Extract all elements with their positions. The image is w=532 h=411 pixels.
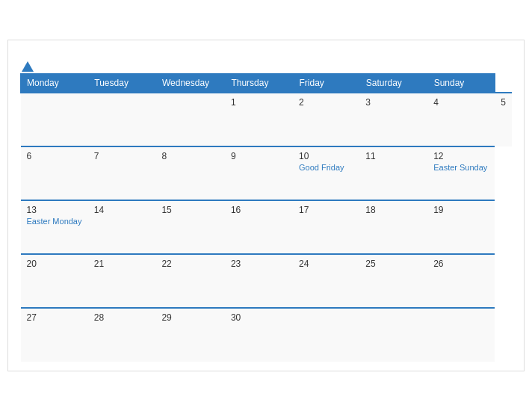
calendar-day-cell: 19	[427, 200, 495, 254]
calendar-day-cell: 5	[495, 93, 512, 146]
day-number: 3	[365, 97, 421, 108]
day-number: 26	[433, 259, 489, 269]
calendar-header	[20, 52, 512, 62]
column-header-thursday: Thursday	[225, 73, 293, 93]
calendar-week-row: 12345	[21, 93, 513, 146]
column-header-monday: Monday	[21, 73, 88, 93]
calendar-day-cell: 14	[88, 200, 156, 254]
calendar-day-cell: 4	[427, 93, 495, 146]
day-number: 7	[94, 151, 150, 161]
calendar-day-cell: 8	[155, 146, 224, 200]
calendar-day-cell: 29	[155, 308, 224, 362]
calendar-container: MondayTuesdayWednesdayThursdayFridaySatu…	[7, 40, 525, 371]
day-number: 4	[433, 97, 489, 108]
day-number: 19	[433, 205, 489, 215]
calendar-day-cell: 13Easter Monday	[21, 200, 88, 254]
calendar-day-cell: 24	[293, 254, 359, 308]
column-header-tuesday: Tuesday	[88, 73, 156, 93]
column-header-wednesday: Wednesday	[155, 73, 224, 93]
calendar-day-cell: 16	[225, 200, 293, 254]
day-number: 30	[231, 312, 287, 323]
calendar-week-row: 20212223242526	[21, 254, 513, 308]
calendar-day-cell: 2	[293, 93, 359, 146]
calendar-day-cell: 1	[225, 93, 293, 146]
day-number: 1	[231, 97, 287, 108]
day-number: 18	[365, 205, 421, 215]
calendar-week-row: 27282930	[21, 308, 513, 362]
day-event: Good Friday	[299, 163, 353, 172]
calendar-day-cell	[21, 93, 88, 146]
day-event: Easter Monday	[27, 217, 82, 226]
day-number: 15	[161, 205, 218, 215]
logo	[20, 52, 35, 62]
day-number: 24	[299, 259, 353, 269]
calendar-day-cell	[88, 93, 156, 146]
day-number: 25	[365, 259, 421, 269]
calendar-day-cell	[427, 308, 495, 362]
day-number: 6	[27, 151, 82, 161]
calendar-day-cell: 9	[225, 146, 293, 200]
calendar-day-cell: 7	[88, 146, 156, 200]
calendar-day-cell: 23	[225, 254, 293, 308]
day-number: 17	[299, 205, 353, 215]
day-number: 28	[94, 312, 150, 323]
calendar-header-row: MondayTuesdayWednesdayThursdayFridaySatu…	[21, 73, 513, 93]
calendar-day-cell: 22	[155, 254, 224, 308]
day-number: 9	[231, 151, 287, 161]
day-number: 16	[231, 205, 287, 215]
calendar-day-cell: 17	[293, 200, 359, 254]
calendar-grid: MondayTuesdayWednesdayThursdayFridaySatu…	[20, 73, 512, 362]
calendar-day-cell	[359, 308, 427, 362]
calendar-day-cell: 15	[155, 200, 224, 254]
calendar-day-cell: 12Easter Sunday	[427, 146, 495, 200]
day-event: Easter Sunday	[433, 163, 489, 172]
calendar-day-cell: 21	[88, 254, 156, 308]
day-number: 11	[365, 151, 421, 161]
calendar-day-cell: 27	[21, 308, 88, 362]
column-header-sunday: Sunday	[427, 73, 495, 93]
day-number: 10	[299, 151, 353, 161]
calendar-day-cell	[155, 93, 224, 146]
calendar-day-cell: 3	[359, 93, 427, 146]
day-number: 14	[94, 205, 150, 215]
day-number: 22	[161, 259, 218, 269]
day-number: 23	[231, 259, 287, 269]
logo-triangle-icon	[22, 52, 34, 72]
column-header-saturday: Saturday	[359, 73, 427, 93]
day-number: 29	[161, 312, 218, 323]
day-number: 21	[94, 259, 150, 269]
calendar-day-cell: 10Good Friday	[293, 146, 359, 200]
calendar-day-cell	[293, 308, 359, 362]
day-number: 13	[27, 205, 82, 215]
calendar-day-cell: 11	[359, 146, 427, 200]
day-number: 8	[161, 151, 218, 161]
calendar-day-cell: 28	[88, 308, 156, 362]
calendar-week-row: 13Easter Monday141516171819	[21, 200, 513, 254]
calendar-day-cell: 26	[427, 254, 495, 308]
day-number: 27	[27, 312, 82, 323]
day-number: 12	[433, 151, 489, 161]
calendar-day-cell: 30	[225, 308, 293, 362]
column-header-friday: Friday	[293, 73, 359, 93]
day-number: 5	[501, 97, 506, 108]
calendar-day-cell: 6	[21, 146, 88, 200]
calendar-day-cell: 18	[359, 200, 427, 254]
calendar-week-row: 678910Good Friday1112Easter Sunday	[21, 146, 513, 200]
calendar-day-cell: 25	[359, 254, 427, 308]
day-number: 20	[27, 259, 82, 269]
logo-general-text	[20, 52, 35, 62]
calendar-day-cell: 20	[21, 254, 88, 308]
day-number: 2	[299, 97, 353, 108]
